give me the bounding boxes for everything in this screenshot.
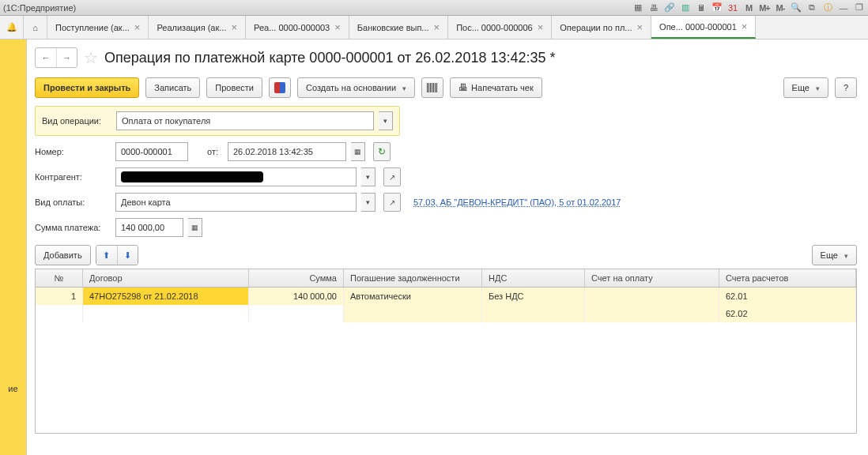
tab-6[interactable]: Опе... 0000-000001× <box>651 16 756 39</box>
pay-type-field[interactable]: Девон карта <box>115 193 357 212</box>
open-ref-button[interactable]: ↗ <box>383 193 401 212</box>
open-ref-button[interactable]: ↗ <box>383 167 401 186</box>
col-sum[interactable]: Сумма <box>249 269 344 287</box>
minimize-icon[interactable]: — <box>838 2 849 13</box>
more-button[interactable]: Еще <box>783 77 828 98</box>
dropdown-button[interactable]: ▾ <box>379 111 393 130</box>
tab-2[interactable]: Реа... 0000-000003× <box>246 16 349 39</box>
add-row-button[interactable]: Добавить <box>35 245 91 265</box>
m-plus-icon[interactable]: M+ <box>759 2 770 13</box>
cell-sum: 140 000,00 <box>249 288 344 305</box>
chevron-down-icon <box>841 250 848 260</box>
sidebar-cut-text: ие <box>8 384 17 393</box>
post-and-close-button[interactable]: Провести и закрыть <box>35 77 139 98</box>
op-type-field[interactable]: Оплата от покупателя <box>116 111 374 130</box>
print-icon[interactable]: 🖶 <box>648 2 659 13</box>
tab-label: Операции по пл... <box>560 23 632 32</box>
move-down-button[interactable]: ⬇ <box>117 246 138 265</box>
close-icon[interactable]: × <box>538 21 544 33</box>
cell-n: 1 <box>36 288 83 305</box>
calendar-button[interactable]: ▦ <box>351 142 365 161</box>
col-nds[interactable]: НДС <box>482 269 585 287</box>
dropdown-button[interactable]: ▾ <box>361 193 376 212</box>
calendar-icon[interactable]: 📅 <box>711 2 723 13</box>
amount-field[interactable]: 140 000,00 <box>115 218 183 237</box>
window-icon[interactable]: ⧉ <box>806 2 817 13</box>
page-title: Операция по платежной карте 0000-000001 … <box>104 50 556 66</box>
tab-label: Реализация (ак... <box>157 23 226 32</box>
account-link[interactable]: 57.03, АБ "ДЕВОН-КРЕДИТ" (ПАО), 5 от 01.… <box>413 197 621 207</box>
calc-icon[interactable]: 🖩 <box>696 2 707 13</box>
bell-icon[interactable]: 🔔 <box>0 16 24 39</box>
op-type-label: Вид операции: <box>42 116 111 126</box>
m-icon[interactable]: M <box>743 2 754 13</box>
close-icon[interactable]: × <box>637 21 643 33</box>
left-sidebar: ие <box>0 39 27 455</box>
cell-pog <box>344 305 482 322</box>
table-more-button[interactable]: Еще <box>812 245 857 265</box>
m-minus-icon[interactable]: M- <box>775 2 786 13</box>
amount-label: Сумма платежа: <box>35 223 111 232</box>
table-row[interactable]: 62.02 <box>36 305 856 322</box>
restore-icon[interactable]: ❐ <box>854 2 865 13</box>
close-icon[interactable]: × <box>742 21 748 32</box>
print-check-button[interactable]: Напечатать чек <box>450 77 542 98</box>
dt-kt-icon <box>274 82 285 93</box>
tab-label: Поступление (ак... <box>55 23 130 32</box>
tab-0[interactable]: Поступление (ак...× <box>47 16 149 39</box>
cell-contract: 47НО275298 от 21.02.2018 <box>83 288 249 305</box>
col-number[interactable]: № <box>36 269 83 287</box>
cell-pog: Автоматически <box>344 288 482 305</box>
redacted-text <box>121 171 263 182</box>
help-button[interactable]: ? <box>835 77 857 98</box>
tab-label: Опе... 0000-000001 <box>659 22 737 32</box>
date-icon[interactable]: 31 <box>727 2 738 13</box>
close-icon[interactable]: × <box>334 21 341 33</box>
dropdown-button[interactable]: ▾ <box>361 167 376 186</box>
chevron-down-icon <box>399 83 406 92</box>
grid-icon[interactable]: ▥ <box>680 2 691 13</box>
cell-contract <box>83 305 249 322</box>
cell-n <box>36 305 83 322</box>
table-empty-area <box>36 322 856 433</box>
printer-icon <box>459 82 468 93</box>
col-contract[interactable]: Договор <box>83 269 249 287</box>
favorite-star-icon[interactable]: ☆ <box>84 48 98 67</box>
tab-5[interactable]: Операции по пл...× <box>552 16 651 39</box>
post-button[interactable]: Провести <box>206 77 262 98</box>
col-sch[interactable]: Счет на оплату <box>585 269 719 287</box>
save-button[interactable]: Записать <box>145 77 200 98</box>
col-acc[interactable]: Счета расчетов <box>719 269 856 287</box>
table-row[interactable]: 1 47НО275298 от 21.02.2018 140 000,00 Ав… <box>36 288 856 305</box>
tab-bar: Поступление (ак...× Реализация (ак...× Р… <box>47 16 868 39</box>
number-field[interactable]: 0000-000001 <box>115 142 188 161</box>
home-icon[interactable]: ⌂ <box>24 16 47 39</box>
barcode-button[interactable] <box>421 77 443 98</box>
link-icon[interactable]: 🔗 <box>664 2 675 13</box>
btn-label: Еще <box>792 83 810 92</box>
cell-acc2: 62.02 <box>719 305 856 322</box>
tab-label: Банковские вып... <box>357 23 429 32</box>
cell-sch <box>585 288 719 305</box>
tab-4[interactable]: Пос... 0000-000006× <box>448 16 552 39</box>
sys-icon[interactable]: ▦ <box>632 2 643 13</box>
refresh-button[interactable]: ↻ <box>373 142 391 161</box>
zoom-icon[interactable]: 🔍 <box>791 2 802 13</box>
counterparty-field[interactable] <box>115 167 357 186</box>
close-icon[interactable]: × <box>231 21 237 33</box>
create-based-button[interactable]: Создать на основании <box>297 77 415 98</box>
btn-label: Еще <box>821 250 838 260</box>
col-pog[interactable]: Погашение задолженности <box>344 269 482 287</box>
forward-button[interactable]: → <box>56 48 77 67</box>
info-icon[interactable]: ⓘ <box>822 2 833 13</box>
calc-button[interactable]: ▦ <box>188 218 202 237</box>
date-field[interactable]: 26.02.2018 13:42:35 <box>228 142 346 161</box>
tab-1[interactable]: Реализация (ак...× <box>149 16 246 39</box>
nav-back-forward: ← → <box>35 47 77 68</box>
move-up-button[interactable]: ⬆ <box>96 246 117 265</box>
close-icon[interactable]: × <box>434 21 440 33</box>
tab-3[interactable]: Банковские вып...× <box>349 16 448 39</box>
close-icon[interactable]: × <box>134 21 141 33</box>
dt-kt-button[interactable] <box>269 77 291 98</box>
back-button[interactable]: ← <box>36 48 56 67</box>
